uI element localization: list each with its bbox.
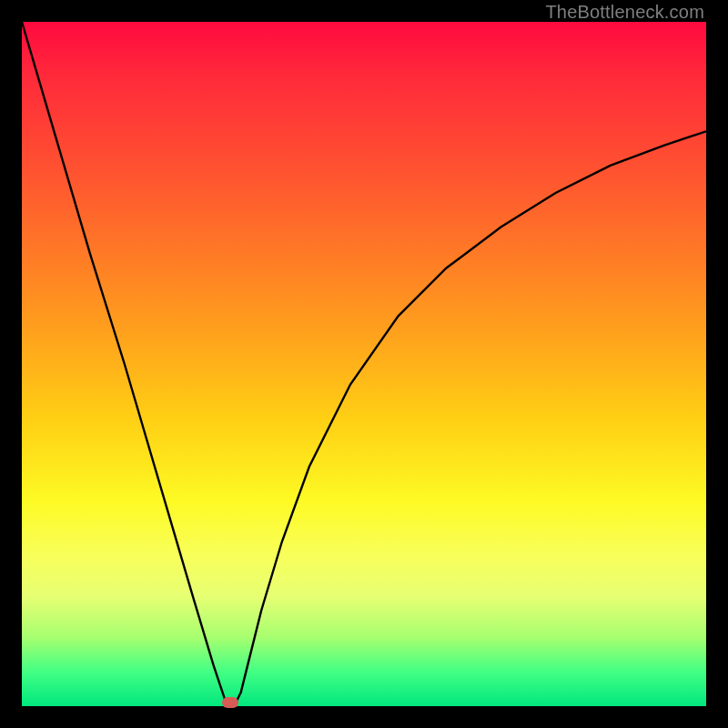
chart-frame: TheBottleneck.com	[0, 0, 728, 728]
plot-area	[22, 22, 706, 706]
bottleneck-curve	[22, 22, 706, 706]
attribution-text: TheBottleneck.com	[545, 2, 704, 23]
optimum-marker	[222, 697, 238, 708]
